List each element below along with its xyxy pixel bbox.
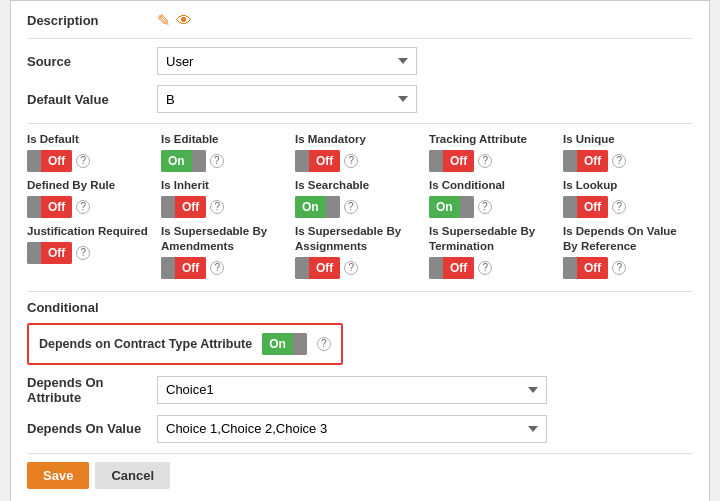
depends-on-attr-select[interactable]: Choice1 Choice2 Choice3 <box>157 376 547 404</box>
toggle-off-side <box>192 150 206 172</box>
toggle-on-side <box>27 242 41 264</box>
toggle-label-is-editable: Is Editable <box>161 132 291 147</box>
toggle-is-mandatory[interactable]: Off <box>295 150 340 172</box>
toggle-supersedable-termination[interactable]: Off <box>429 257 474 279</box>
toggle-off-side <box>460 196 474 218</box>
toggle-label-justification: Justification Required <box>27 224 157 239</box>
toggle-cell-is-inherit: Is Inherit Off ? <box>161 178 291 218</box>
toggle-depends-value-ref[interactable]: Off <box>563 257 608 279</box>
source-select[interactable]: User System Calculated <box>157 47 417 75</box>
toggle-cell-defined-by-rule: Defined By Rule Off ? <box>27 178 157 218</box>
toggle-grid: Is Default Off ? Is Editable On ? <box>27 132 693 279</box>
toggle-cell-is-mandatory: Is Mandatory Off ? <box>295 132 425 172</box>
help-defined-by-rule[interactable]: ? <box>76 200 90 214</box>
toggle-off-side: Off <box>577 150 608 172</box>
toggle-cell-is-lookup: Is Lookup Off ? <box>563 178 693 218</box>
default-value-row: Default Value A B C <box>27 85 693 113</box>
toggle-cell-is-unique: Is Unique Off ? <box>563 132 693 172</box>
toggle-off-side: Off <box>175 257 206 279</box>
toggle-on-side <box>429 150 443 172</box>
toggle-cell-is-default: Is Default Off ? <box>27 132 157 172</box>
toggle-off-side: Off <box>41 150 72 172</box>
toggle-on-side: On <box>262 333 293 355</box>
toggle-cell-is-editable: Is Editable On ? <box>161 132 291 172</box>
toggle-is-searchable[interactable]: On <box>295 196 340 218</box>
help-is-editable[interactable]: ? <box>210 154 224 168</box>
toggle-defined-by-rule[interactable]: Off <box>27 196 72 218</box>
toggle-on-side <box>161 196 175 218</box>
cancel-button[interactable]: Cancel <box>95 462 170 489</box>
depends-on-value-row: Depends On Value Choice 1,Choice 2,Choic… <box>27 415 693 443</box>
toggle-on-side <box>161 257 175 279</box>
source-label: Source <box>27 54 157 69</box>
toggle-cell-justification: Justification Required Off ? <box>27 224 157 279</box>
help-is-inherit[interactable]: ? <box>210 200 224 214</box>
help-depends-value-ref[interactable]: ? <box>612 261 626 275</box>
toggle-justification[interactable]: Off <box>27 242 72 264</box>
toggle-on-side <box>563 196 577 218</box>
help-supersedable-amendments[interactable]: ? <box>210 261 224 275</box>
toggle-cell-supersedable-assignments: Is Supersedable By Assignments Off ? <box>295 224 425 279</box>
default-value-label: Default Value <box>27 92 157 107</box>
toggle-off-side: Off <box>577 196 608 218</box>
toggle-tracking[interactable]: Off <box>429 150 474 172</box>
toggle-is-default[interactable]: Off <box>27 150 72 172</box>
toggle-on-side: On <box>429 196 460 218</box>
toggle-on-side <box>27 150 41 172</box>
toggle-on-side <box>295 257 309 279</box>
conditional-box: Depends on Contract Type Attribute On ? <box>27 323 343 365</box>
toggle-supersedable-assignments[interactable]: Off <box>295 257 340 279</box>
toggle-is-conditional[interactable]: On <box>429 196 474 218</box>
help-is-searchable[interactable]: ? <box>344 200 358 214</box>
toggle-off-side: Off <box>41 196 72 218</box>
help-justification[interactable]: ? <box>76 246 90 260</box>
description-label: Description <box>27 13 157 28</box>
toggle-is-editable[interactable]: On <box>161 150 206 172</box>
help-depends-contract[interactable]: ? <box>317 337 331 351</box>
view-icon[interactable]: 👁 <box>176 12 192 30</box>
help-tracking[interactable]: ? <box>478 154 492 168</box>
toggle-cell-depends-value-ref: Is Depends On Value By Reference Off ? <box>563 224 693 279</box>
toggle-supersedable-amendments[interactable]: Off <box>161 257 206 279</box>
depends-on-attr-label: Depends On Attribute <box>27 375 157 405</box>
help-is-mandatory[interactable]: ? <box>344 154 358 168</box>
toggle-off-side: Off <box>443 150 474 172</box>
toggle-off-side: Off <box>443 257 474 279</box>
toggle-on-side <box>295 150 309 172</box>
toggle-label-is-conditional-text: Is Conditional <box>429 178 559 193</box>
depends-on-value-select[interactable]: Choice 1,Choice 2,Choice 3 <box>157 415 547 443</box>
button-row: Save Cancel <box>27 462 693 489</box>
conditional-section-title: Conditional <box>27 300 693 315</box>
toggle-off-side: Off <box>41 242 72 264</box>
help-is-default[interactable]: ? <box>76 154 90 168</box>
help-supersedable-termination[interactable]: ? <box>478 261 492 275</box>
toggle-depends-contract[interactable]: On <box>262 333 307 355</box>
toggle-is-lookup[interactable]: Off <box>563 196 608 218</box>
help-supersedable-assignments[interactable]: ? <box>344 261 358 275</box>
help-is-conditional[interactable]: ? <box>478 200 492 214</box>
toggle-is-inherit[interactable]: Off <box>161 196 206 218</box>
edit-icon[interactable]: ✎ <box>157 11 170 30</box>
toggle-on-side <box>563 257 577 279</box>
depends-contract-label: Depends on Contract Type Attribute <box>39 336 252 352</box>
depends-on-value-label: Depends On Value <box>27 421 157 436</box>
toggle-label-is-lookup: Is Lookup <box>563 178 693 193</box>
toggle-is-unique[interactable]: Off <box>563 150 608 172</box>
save-button[interactable]: Save <box>27 462 89 489</box>
toggle-label-is-default: Is Default <box>27 132 157 147</box>
default-value-select[interactable]: A B C <box>157 85 417 113</box>
toggle-cell-tracking: Tracking Attribute Off ? <box>429 132 559 172</box>
help-is-unique[interactable]: ? <box>612 154 626 168</box>
toggle-label-is-searchable: Is Searchable <box>295 178 425 193</box>
toggle-label-supersedable-termination: Is Supersedable By Termination <box>429 224 559 254</box>
toggle-off-side: Off <box>309 257 340 279</box>
toggle-label-depends-value-ref: Is Depends On Value By Reference <box>563 224 693 254</box>
main-container: Description ✎ 👁 Source User System Calcu… <box>10 0 710 501</box>
toggle-cell-supersedable-amendments: Is Supersedable By Amendments Off ? <box>161 224 291 279</box>
toggle-off-side <box>293 333 307 355</box>
toggle-off-side: Off <box>175 196 206 218</box>
toggle-cell-supersedable-termination: Is Supersedable By Termination Off ? <box>429 224 559 279</box>
help-is-lookup[interactable]: ? <box>612 200 626 214</box>
description-row: Description ✎ 👁 <box>27 11 693 39</box>
toggle-label-supersedable-amendments: Is Supersedable By Amendments <box>161 224 291 254</box>
